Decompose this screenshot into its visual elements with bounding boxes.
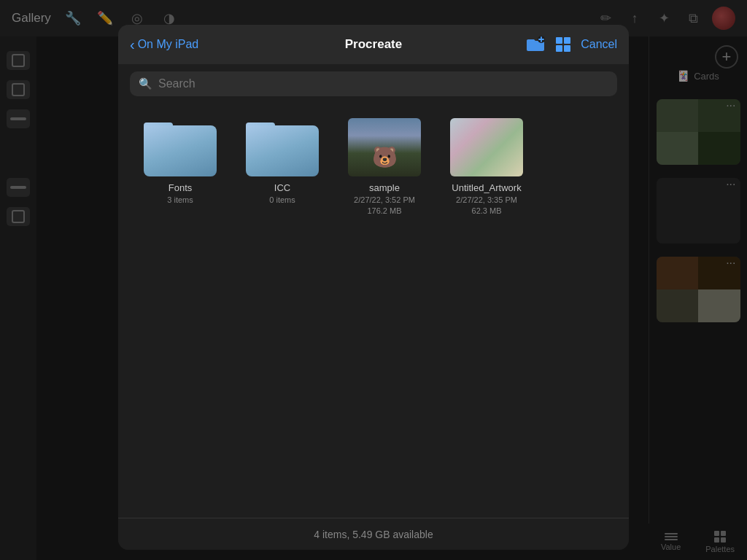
file-thumbnail-sample: 🐻 <box>348 118 421 176</box>
modal-footer: 4 items, 5.49 GB available <box>118 518 629 550</box>
modal-header-right: Cancel <box>525 35 617 54</box>
grid-view-button[interactable] <box>556 37 570 52</box>
back-label: On My iPad <box>138 38 199 51</box>
folder-thumbnail-icc <box>246 118 319 176</box>
file-meta-untitled: 2/27/22, 3:35 PM 62.3 MB <box>456 195 517 217</box>
gc-2 <box>564 37 570 44</box>
list-item[interactable]: Untitled_Artwork 2/27/22, 3:35 PM 62.3 M… <box>446 118 527 217</box>
gc-4 <box>564 45 570 52</box>
file-meta-icc: 0 items <box>269 195 295 206</box>
file-name-icc: ICC <box>274 182 290 193</box>
file-name-fonts: Fonts <box>169 182 193 193</box>
untitled-image <box>450 118 523 176</box>
folder-body-fonts <box>144 125 217 176</box>
file-meta-fonts: 3 items <box>167 195 193 206</box>
folder-body-icc <box>246 125 319 176</box>
chevron-left-icon: ‹ <box>130 37 135 52</box>
modal-overlay: ‹ On My iPad Procreate <box>0 0 747 560</box>
file-name-untitled: Untitled_Artwork <box>452 182 521 193</box>
file-grid: Fonts 3 items ICC 0 items 🐻 sam <box>118 104 629 518</box>
search-icon: 🔍 <box>139 77 152 90</box>
list-item[interactable]: 🐻 sample 2/27/22, 3:52 PM 176.2 MB <box>344 118 425 217</box>
file-name-sample: sample <box>369 182 400 193</box>
search-input-wrap: 🔍 <box>130 71 617 96</box>
modal-title: Procreate <box>345 37 402 52</box>
folder-thumbnail-fonts <box>144 118 217 176</box>
new-folder-button[interactable] <box>525 35 546 54</box>
gc-1 <box>556 37 562 44</box>
search-bar: 🔍 <box>118 64 629 104</box>
footer-text: 4 items, 5.49 GB available <box>314 529 433 540</box>
file-thumbnail-untitled <box>450 118 523 176</box>
bear-icon: 🐻 <box>372 145 398 169</box>
back-button[interactable]: ‹ On My iPad <box>130 37 198 52</box>
folder-plus-icon <box>525 35 546 54</box>
cancel-button[interactable]: Cancel <box>581 38 617 51</box>
sample-image: 🐻 <box>348 118 421 176</box>
file-meta-sample: 2/27/22, 3:52 PM 176.2 MB <box>354 195 415 217</box>
grid-view-icon <box>556 37 570 52</box>
list-item[interactable]: Fonts 3 items <box>140 118 220 217</box>
search-input[interactable] <box>158 77 608 90</box>
modal-header: ‹ On My iPad Procreate <box>118 25 629 64</box>
gc-3 <box>556 45 562 52</box>
list-item[interactable]: ICC 0 items <box>242 118 322 217</box>
file-picker-modal: ‹ On My iPad Procreate <box>118 25 629 550</box>
